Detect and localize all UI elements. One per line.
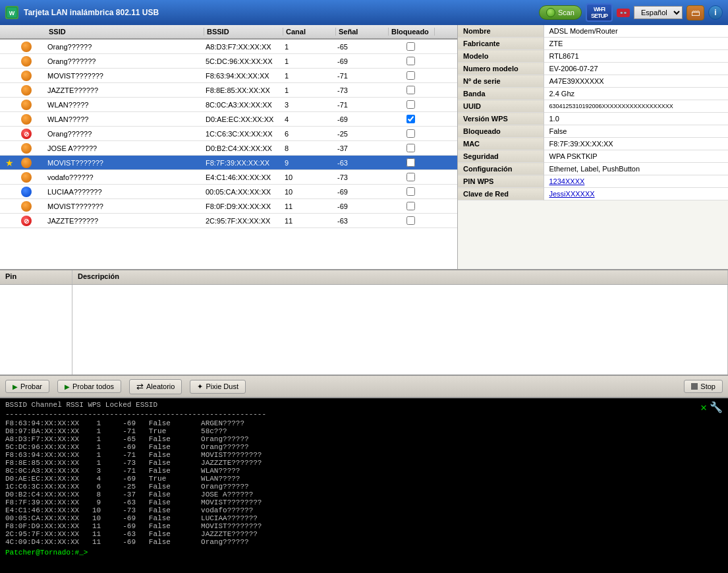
senal-cell: -71 xyxy=(335,72,387,80)
bloqueado-cell[interactable] xyxy=(387,57,434,65)
clave-red-value[interactable]: JessiXXXXXX xyxy=(544,188,728,200)
bloqueado-checkbox[interactable] xyxy=(406,57,415,65)
bloqueado-cell[interactable] xyxy=(387,42,434,51)
signal-icon xyxy=(21,71,32,81)
bloqueado-cell[interactable] xyxy=(387,86,434,94)
signal-icon-cell xyxy=(18,201,45,212)
bloqueado-checkbox[interactable] xyxy=(406,158,415,167)
table-row[interactable]: vodafo??????E4:C1:46:XX:XX:XX10-73 xyxy=(0,170,457,185)
ssid-cell: JAZZTE?????? xyxy=(45,217,203,225)
detail-row-configuracion: Configuración Ethernet, Label, PushButto… xyxy=(458,163,728,175)
bloqueado-checkbox[interactable] xyxy=(406,202,415,210)
signal-icon xyxy=(21,85,32,96)
table-row[interactable]: MOVIST???????F8:0F:D9:XX:XX:XX11-69 xyxy=(0,199,457,214)
nombre-value: ADSL Modem/Router xyxy=(544,25,728,38)
bloqueado-value: False xyxy=(544,125,728,138)
bloqueado-cell[interactable] xyxy=(387,187,434,196)
language-select[interactable]: Español xyxy=(634,6,683,19)
bloqueado-checkbox[interactable] xyxy=(406,115,415,123)
bloqueado-cell[interactable] xyxy=(387,71,434,80)
signal-icon xyxy=(21,114,32,125)
signal-icon xyxy=(21,100,32,110)
table-row[interactable]: JOSE A??????D0:B2:C4:XX:XX:XX8-37 xyxy=(0,141,457,156)
bloqueado-cell[interactable] xyxy=(387,100,434,109)
pin-col-header: Pin xyxy=(0,270,72,284)
bloqueado-cell[interactable] xyxy=(387,216,434,225)
bloqueado-checkbox[interactable] xyxy=(406,71,415,80)
modelo-value: RTL8671 xyxy=(544,50,728,63)
terminal-row: 1C:C6:3C:XX:XX:XX 6 -25 False Orang?????… xyxy=(5,483,723,491)
setup-button[interactable]: WI-FISETUP xyxy=(586,3,613,22)
table-row[interactable]: LUCIAA???????00:05:CA:XX:XX:XX10-69 xyxy=(0,185,457,199)
detail-row-uuid: UUID 6304125310192006XXXXXXXXXXXXXXXXXX xyxy=(458,100,728,113)
signal-icon xyxy=(21,56,32,67)
bloqueado-checkbox[interactable] xyxy=(406,129,415,138)
scan-button[interactable]: Scan xyxy=(539,5,582,20)
table-row[interactable]: ⊘JAZZTE??????2C:95:7F:XX:XX:XX11-63 xyxy=(0,214,457,228)
bloqueado-checkbox[interactable] xyxy=(406,187,415,196)
bloqueado-cell[interactable] xyxy=(387,144,434,152)
serie-label: Nº de serie xyxy=(458,75,544,88)
play-icon: ▶ xyxy=(13,383,18,390)
bloqueado-checkbox[interactable] xyxy=(406,86,415,94)
bloqueado-cell[interactable] xyxy=(387,115,434,123)
info-button[interactable]: i xyxy=(708,5,723,20)
canal-cell: 9 xyxy=(282,159,335,167)
aleatorio-button[interactable]: ⇄ Aleatorio xyxy=(129,379,182,394)
pin-wps-value[interactable]: 1234XXXX xyxy=(544,175,728,188)
bloqueado-checkbox[interactable] xyxy=(406,173,415,181)
bloqueado-checkbox[interactable] xyxy=(406,216,415,225)
detail-row-mac: MAC F8:7F:39:XX:XX:XX xyxy=(458,138,728,150)
bloqueado-cell[interactable] xyxy=(387,129,434,138)
banda-label: Banda xyxy=(458,88,544,100)
database-button[interactable]: 🗃 xyxy=(686,5,704,20)
uuid-value: 6304125310192006XXXXXXXXXXXXXXXXXX xyxy=(544,100,728,113)
configuracion-value: Ethernet, Label, PushButton xyxy=(544,163,728,175)
table-row[interactable]: Orang??????A8:D3:F7:XX:XX:XX1-65 xyxy=(0,40,457,54)
pin-body xyxy=(0,285,728,375)
bloqueado-checkbox[interactable] xyxy=(406,144,415,152)
bssid-cell: 00:05:CA:XX:XX:XX xyxy=(203,188,282,196)
signal-icon-cell xyxy=(18,143,45,154)
close-icon[interactable]: 🔧 xyxy=(710,401,723,414)
signal-icon xyxy=(21,143,32,154)
detail-row-nombre: Nombre ADSL Modem/Router xyxy=(458,25,728,38)
probar-todos-button[interactable]: ▶ Probar todos xyxy=(57,380,121,393)
pixie-dust-button[interactable]: ✦ Pixie Dust xyxy=(190,380,246,394)
bssid-cell: 5C:DC:96:XX:XX:XX xyxy=(203,57,282,65)
bloqueado-cell[interactable] xyxy=(387,173,434,181)
pin-wps-label: PIN WPS xyxy=(458,175,544,188)
table-row[interactable]: WLAN?????8C:0C:A3:XX:XX:XX3-71 xyxy=(0,98,457,112)
expand-icon[interactable]: ✕ xyxy=(700,401,707,414)
ssid-cell: MOVIST??????? xyxy=(45,159,203,167)
bloqueado-cell[interactable] xyxy=(387,202,434,210)
bloqueado-checkbox[interactable] xyxy=(406,42,415,51)
bloqueado-cell[interactable] xyxy=(387,158,434,167)
svg-text:W: W xyxy=(9,10,15,16)
terminal-row: 5C:DC:96:XX:XX:XX 1 -69 False Orang?????… xyxy=(5,443,723,451)
signal-icon-cell xyxy=(18,158,45,168)
table-row[interactable]: JAZZTE??????F8:8E:85:XX:XX:XX1-73 xyxy=(0,83,457,98)
table-row[interactable]: Orang???????5C:DC:96:XX:XX:XX1-69 xyxy=(0,54,457,69)
table-row[interactable]: ⊘Orang??????1C:C6:3C:XX:XX:XX6-25 xyxy=(0,127,457,141)
detail-row-serie: Nº de serie A47E39XXXXXX xyxy=(458,75,728,88)
canal-cell: 6 xyxy=(282,130,335,138)
shuffle-icon: ⇄ xyxy=(136,382,144,392)
bssid-cell: A8:D3:F7:XX:XX:XX xyxy=(203,43,282,51)
table-header: SSID BSSID Canal Señal Bloqueado xyxy=(0,25,457,40)
col-bloqueado: Bloqueado xyxy=(389,28,435,36)
probar-button[interactable]: ▶ Probar xyxy=(5,380,49,393)
detail-table: Nombre ADSL Modem/Router Fabricante ZTE … xyxy=(458,25,728,200)
canal-cell: 4 xyxy=(282,115,335,123)
detail-row-banda: Banda 2.4 Ghz xyxy=(458,88,728,100)
canal-cell: 11 xyxy=(282,217,335,225)
table-row[interactable]: WLAN?????D0:AE:EC:XX:XX:XX4-69 xyxy=(0,112,457,127)
terminal-row: 8C:0C:A3:XX:XX:XX 3 -71 False WLAN????? xyxy=(5,467,723,475)
signal-icon-cell: ⊘ xyxy=(18,216,45,226)
table-row[interactable]: MOVIST???????F8:63:94:XX:XX:XX1-71 xyxy=(0,69,457,83)
terminal[interactable]: ✕ 🔧 BSSID Channel RSSI WPS Locked ESSID … xyxy=(0,398,728,559)
bloqueado-checkbox[interactable] xyxy=(406,100,415,109)
table-row[interactable]: ★MOVIST???????F8:7F:39:XX:XX:XX9-63 xyxy=(0,156,457,170)
mask-icon[interactable]: 👓 xyxy=(617,9,630,17)
stop-button[interactable]: Stop xyxy=(684,380,723,393)
